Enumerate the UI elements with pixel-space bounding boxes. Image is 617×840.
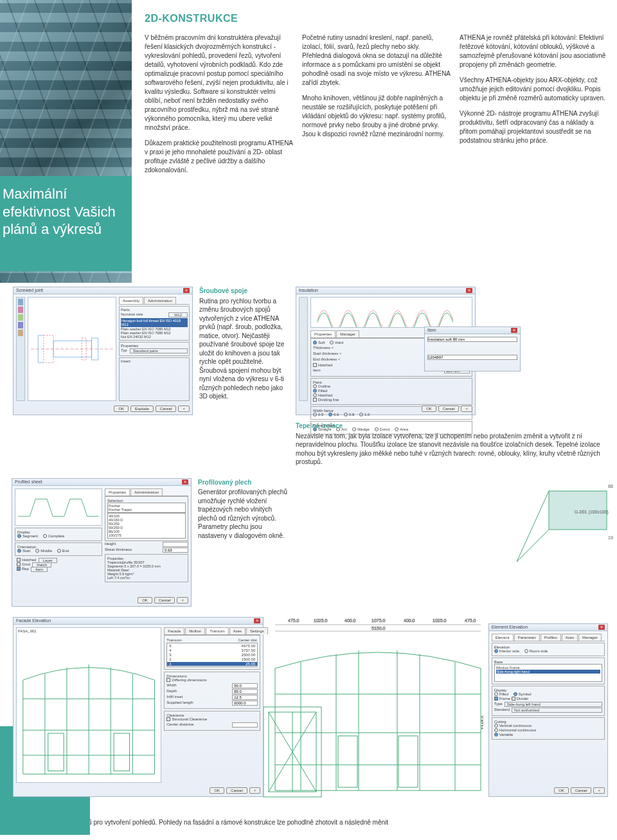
facade-label: FASA_001 [17,628,161,634]
height-input[interactable] [163,542,188,547]
facade-drawing: 475.0 1025.0 400.0 1075.0 400.0 1025.0 4… [269,617,483,797]
help-button[interactable]: < [178,406,190,412]
radio-filled[interactable]: Filled [313,389,327,393]
feature-text: Generátor profilovaných plechů umožňuje … [198,488,288,540]
close-icon[interactable]: × [183,288,190,293]
caption-input[interactable] [427,337,517,342]
radio-outline[interactable]: Outline [313,384,330,388]
tool-icon[interactable] [18,307,23,313]
group-label: Properties [121,344,188,348]
intro-col-1: V běžném pracovním dni konstruktéra přev… [145,33,293,181]
intro-p: Důkazem praktické použitelnosti programu… [145,139,293,175]
tab-transom[interactable]: Transom [206,627,228,634]
dialog-title: Insulation [299,288,318,293]
svg-text:5150.0: 5150.0 [371,626,386,630]
tool-icon[interactable] [18,322,23,328]
cancel-button[interactable]: Cancel [154,597,175,603]
svg-text:400.0: 400.0 [404,618,415,623]
hatched-check[interactable]: Hatched [313,363,332,367]
corner-detail-drawing: G-001 (100x100) 882.7 19.8 [510,478,613,568]
dialog-title: Item [427,328,436,333]
ok-button[interactable]: OK [210,787,224,794]
type-select[interactable]: Standard parts [130,348,188,353]
cancel-button[interactable]: Cancel [226,787,247,794]
dialog-title: Element Elevation [492,625,528,630]
feature-text: Nezávisle na tom, jak byla izolace vytvo… [296,432,608,467]
ok-button[interactable]: OK [554,787,569,794]
tool-icon[interactable] [18,314,23,321]
item-button[interactable]: Item [31,567,48,572]
help-button[interactable]: < [249,787,261,794]
facade-elevation-dialog: Facade Elevation× FASA_001 Facade [13,617,264,797]
tool-icon[interactable] [18,299,23,305]
intro-p: Mnoho knihoven, většinou již dobře napln… [302,94,451,139]
explode-button[interactable]: Explode [130,406,154,412]
selection-tree[interactable]: Fischer Fischer Trapez [107,503,186,513]
ok-button[interactable]: OK [422,406,436,412]
sheetth-input[interactable] [163,548,188,553]
tab-axes[interactable]: Axes [229,627,246,634]
dividing-check[interactable]: Dividing line [313,398,339,402]
svg-text:1025.0: 1025.0 [433,618,447,623]
svg-text:19.8: 19.8 [608,535,613,540]
tab-mullion[interactable]: Mullion [185,627,205,634]
item-dialog: Item× [424,326,521,371]
help-button[interactable]: < [461,406,472,412]
cancel-button[interactable]: Cancel [571,787,592,794]
svg-rect-29 [398,736,418,787]
intro-p: ATHENA je rovněž přátelská při kótování:… [460,33,608,69]
intro-col-3: ATHENA je rovněž přátelská při kótování:… [460,33,608,181]
intro-col-2: Početné rutiny usnadní kreslení, např. p… [302,33,451,181]
intro-p: Všechny ATHENA-objekty jsou ARX-objekty,… [460,76,608,103]
feature-heading: Profilovaný plech [198,478,288,487]
tab-admin[interactable]: Administration [130,488,163,496]
radio-hatched[interactable]: Hatched [313,393,332,397]
nominal-select[interactable]: M12 [168,312,188,317]
options-list[interactable]: 40/100 40/183 D 50/250 50/250 D 86/100 1… [107,513,186,539]
tab-assembly[interactable]: Assembly [119,297,143,304]
feature-text: Rutina pro rychlou tvorbu a změnu šroubo… [199,297,289,401]
dialog-title: Facade Elevation [16,618,51,623]
cancel-button[interactable]: Cancel [438,406,460,412]
close-icon[interactable]: × [511,328,517,333]
tab-settings[interactable]: Settings [246,627,268,634]
list-item[interactable]: Nut EN 24032 M12 [121,335,188,339]
close-icon[interactable]: × [182,479,188,485]
tab-properties[interactable]: Properties [310,330,335,337]
cancel-button[interactable]: Cancel [156,406,177,412]
list-item[interactable]: Hexagon bolt full thread EN ISO 4018 M12 [121,318,188,327]
dialog-title: Screwed joint [16,288,43,293]
close-icon[interactable]: × [254,618,260,623]
itemnum-input[interactable] [427,355,517,360]
svg-rect-18 [114,733,129,771]
group-label: Parts [121,308,188,312]
tool-icon[interactable] [18,330,23,336]
tab-admin[interactable]: Administration [144,297,176,304]
tab-manager[interactable]: Manager [336,330,359,337]
intro-p: Výkonné 2D- nástroje programu ATHENA zvy… [460,109,608,145]
svg-text:475.0: 475.0 [465,618,476,623]
svg-text:400.0: 400.0 [344,618,356,623]
help-button[interactable]: < [177,597,188,603]
svg-rect-28 [338,736,357,787]
svg-text:1025.0: 1025.0 [314,618,328,623]
svg-text:475.0: 475.0 [288,618,300,623]
headline: Maximální efektivnost Vašich plánů a výk… [3,185,125,238]
close-icon[interactable]: × [598,625,605,630]
ok-button[interactable]: OK [114,406,129,412]
tab-properties[interactable]: Properties [105,488,130,496]
radio-hard[interactable]: Hard [330,341,343,344]
svg-text:G-001 (100x100): G-001 (100x100) [575,510,609,515]
help-button[interactable]: < [593,787,605,794]
svg-text:1075.0: 1075.0 [371,618,386,623]
dialog-title: Profiled sheet [15,479,42,485]
close-icon[interactable]: × [466,288,472,293]
headline-box: Maximální efektivnost Vašich plánů a výk… [0,176,132,271]
feature-heading: Pohledy [13,809,608,818]
intro-p: Početné rutiny usnadní kreslení, např. p… [302,33,451,87]
feature-text: ATHENA nabízí více povelů pro vytvoření … [13,818,608,827]
group-label: Insert [121,359,188,363]
radio-soft[interactable]: Soft [313,341,325,344]
tab-facade[interactable]: Facade [164,627,184,634]
ok-button[interactable]: OK [138,597,152,603]
